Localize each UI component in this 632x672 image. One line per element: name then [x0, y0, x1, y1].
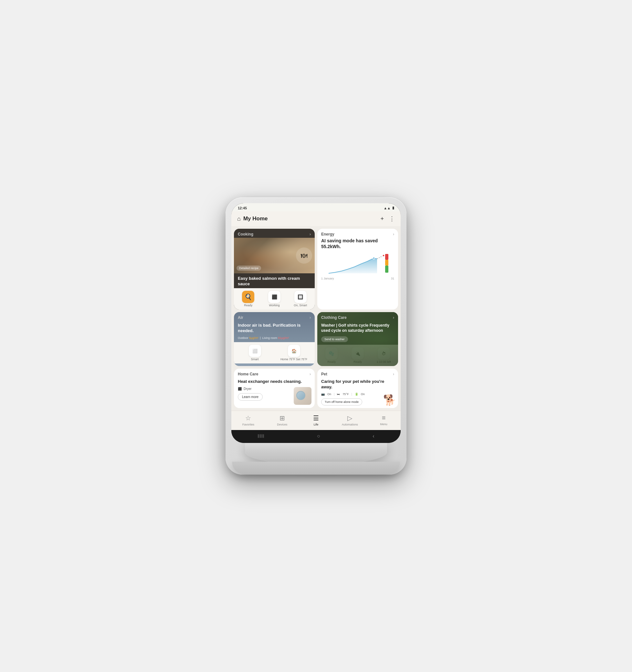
cooking-device-status-1: Ready — [244, 304, 252, 307]
energy-chart — [317, 251, 398, 277]
cooking-device-icon-1: 🍳 — [242, 291, 254, 303]
air-device-status-2: Home 75°F Set 75°F — [280, 358, 307, 361]
menu-label: Menu — [380, 423, 388, 426]
screen-container: 12:45 ▲▲ ▮ ⌂ My Home + ⋮ — [231, 203, 401, 443]
food-plate-icon: 🍽 — [296, 247, 312, 264]
nav-devices[interactable]: ⊞ Devices — [265, 414, 299, 426]
app-header: ⌂ My Home + ⋮ — [231, 211, 401, 226]
device-frame: 12:45 ▲▲ ▮ ⌂ My Home + ⋮ — [226, 197, 406, 475]
header-left: ⌂ My Home — [237, 215, 267, 222]
cooking-card-header: Cooking › — [234, 229, 315, 238]
clothing-card[interactable]: Clothing Care › Washer | Golf shirts cyc… — [317, 312, 398, 366]
svg-point-0 — [373, 257, 375, 259]
clothing-content: Clothing Care › Washer | Golf shirts cyc… — [317, 312, 398, 345]
turn-off-home-alone-button[interactable]: Turn off home alone mode — [321, 398, 362, 405]
cooking-devices: 🍳 Ready ⬛ Working 🔲 On, Smart — [234, 288, 315, 310]
nav-menu[interactable]: ≡ Menu — [367, 414, 401, 426]
life-label: Life — [314, 423, 319, 426]
nav-life[interactable]: ☰ Life — [299, 414, 333, 426]
air-device-1: ⬜ Smart — [235, 345, 274, 361]
air-device-2: 🏠 Home 75°F Set 75°F — [274, 345, 313, 361]
chart-date-start: 1 January — [321, 277, 334, 280]
homecare-card-header: Home Care › — [234, 369, 315, 378]
chart-dates: 1 January 31 — [317, 277, 398, 283]
dryer-shape — [294, 387, 311, 405]
back-stack-button[interactable]: ⦀⦀⦀ — [258, 433, 264, 439]
air-title: Indoor air is bad. Purification is neede… — [234, 321, 315, 335]
cooking-device-1: 🍳 Ready — [235, 291, 261, 307]
pet-title: Caring for your pet while you're away. — [317, 378, 398, 392]
automations-label: Automations — [342, 423, 358, 426]
devices-icon: ⊞ — [280, 414, 285, 422]
app-title: My Home — [243, 215, 268, 222]
homecare-label: Home Care — [238, 372, 258, 376]
dryer-window — [296, 391, 305, 400]
energy-card[interactable]: Energy › AI saving mode has saved 55.2kW… — [317, 229, 398, 310]
automations-icon: ▷ — [347, 414, 352, 422]
air-label: Air — [238, 315, 243, 320]
air-stats: Outdoor 5μg/m³ | Living room 81μg/m³ — [234, 335, 315, 342]
pet-arrow: › — [393, 372, 394, 376]
pet-card[interactable]: Pet › Caring for your pet while you're a… — [317, 369, 398, 408]
cooking-device-icon-2: ⬛ — [268, 291, 280, 303]
pet-stat-on-1: On — [327, 392, 331, 396]
homecare-card[interactable]: Home Care › Heat exchanger needs cleanin… — [234, 369, 315, 408]
homecare-title: Heat exchanger needs cleaning. — [234, 378, 315, 386]
cooking-device-2: ⬛ Working — [261, 291, 287, 307]
svg-rect-2 — [385, 254, 389, 260]
favorites-label: Favorites — [242, 423, 254, 426]
menu-button[interactable]: ⋮ — [389, 215, 395, 222]
pet-stat-icon-2: 🛏 — [337, 392, 340, 396]
status-icons: ▲▲ ▮ — [383, 206, 394, 210]
system-nav: ⦀⦀⦀ ○ ‹ — [231, 430, 401, 443]
air-devices: ⬜ Smart 🏠 Home 75°F Set 75°F — [234, 342, 315, 363]
screen-content[interactable]: ⌂ My Home + ⋮ Cooking › 🍽 — [231, 211, 401, 430]
energy-chart-svg — [321, 252, 394, 275]
outdoor-stat: 5μg/m³ — [249, 336, 258, 340]
cooking-card[interactable]: Cooking › 🍽 Detailed recipe Easy baked s… — [234, 229, 315, 310]
pet-stat-icon-3: 🔋 — [355, 392, 358, 396]
add-button[interactable]: + — [380, 215, 384, 222]
svg-rect-4 — [385, 266, 389, 273]
air-arrow: › — [309, 315, 311, 320]
cards-grid: Cooking › 🍽 Detailed recipe Easy baked s… — [231, 226, 401, 411]
pet-card-header: Pet › — [317, 369, 398, 378]
signal-icon: ▲▲ — [383, 206, 391, 210]
cooking-device-3: 🔲 On, Smart — [287, 291, 313, 307]
living-room-stat: 81μg/m³ — [278, 336, 289, 340]
home-icon: ⌂ — [237, 215, 241, 222]
cooking-title: Easy baked salmon with cream sauce — [234, 273, 315, 288]
nav-favorites[interactable]: ☆ Favorites — [231, 414, 265, 426]
air-device-icon-2: 🏠 — [288, 345, 300, 357]
air-card[interactable]: Air › Indoor air is bad. Purification is… — [234, 312, 315, 366]
back-button[interactable]: ‹ — [373, 433, 374, 439]
cooking-device-status-2: Working — [269, 304, 280, 307]
home-circle-button[interactable]: ○ — [317, 433, 320, 439]
air-device-icon-1: ⬜ — [249, 345, 261, 357]
recipe-badge[interactable]: Detailed recipe — [236, 266, 261, 271]
cooking-device-status-3: On, Smart — [294, 304, 307, 307]
air-card-header: Air › — [234, 312, 315, 321]
energy-card-header: Energy › — [317, 229, 398, 238]
homecare-device-label: Dryer — [243, 387, 251, 391]
air-device-status-1: Smart — [251, 358, 258, 361]
status-bar: 12:45 ▲▲ ▮ — [231, 203, 401, 211]
cooking-arrow: › — [309, 232, 311, 237]
pet-stat-icon-1: 📷 — [321, 392, 325, 396]
clothing-arrow: › — [393, 315, 394, 320]
devices-label: Devices — [277, 423, 287, 426]
learn-more-button[interactable]: Learn more — [238, 393, 263, 401]
dryer-icon-small: ⬛ — [238, 387, 242, 391]
dryer-illustration — [294, 387, 311, 405]
battery-icon: ▮ — [392, 206, 394, 210]
pet-label: Pet — [321, 372, 327, 376]
energy-title: AI saving mode has saved 55.2kWh. — [317, 238, 398, 251]
menu-icon: ≡ — [382, 414, 386, 422]
chart-date-end: 31 — [391, 277, 394, 280]
header-right: + ⋮ — [380, 215, 395, 222]
send-to-washer-button[interactable]: Send to washer — [321, 336, 348, 342]
energy-arrow: › — [393, 232, 394, 237]
clothing-title: Washer | Golf shirts cycle Frequently us… — [317, 321, 398, 334]
nav-automations[interactable]: ▷ Automations — [333, 414, 367, 426]
cooking-label: Cooking — [238, 232, 253, 237]
